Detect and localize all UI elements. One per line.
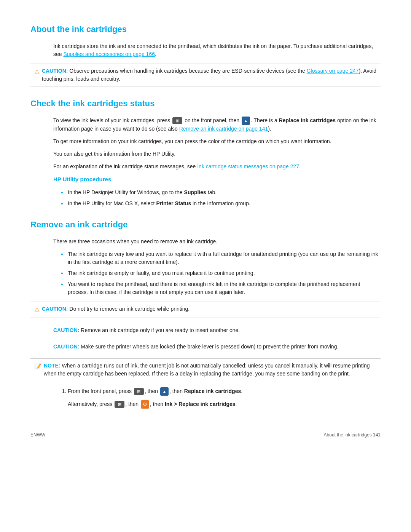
step1b-home-icon: ⊞ <box>115 401 124 408</box>
caution1-triangle-icon: ⚠ <box>34 305 40 315</box>
remove-reasons-list: The ink cartridge is very low and you wa… <box>61 250 381 296</box>
section2-para2: To get more information on your ink cart… <box>53 137 381 145</box>
section3-content: There are three occasions when you need … <box>53 238 381 296</box>
section-remove-cartridge: Remove an ink cartridge There are three … <box>30 218 381 409</box>
section3-caution1-box: ⚠ CAUTION: Do not try to remove an ink c… <box>30 302 381 318</box>
ink-status-messages-link[interactable]: Ink cartridge status messages on page 22… <box>197 163 299 169</box>
section3-caution2: CAUTION: Remove an ink cartridge only if… <box>53 324 381 337</box>
section2-title: Check the ink cartridges status <box>30 97 381 110</box>
steps-list: From the front panel, press ⊞, then ▲, t… <box>61 387 381 409</box>
section1-caution-box: ⚠ CAUTION: Observe precautions when hand… <box>30 64 381 86</box>
page-footer: ENWW About the ink cartridges 141 <box>30 431 381 438</box>
caution1-label: CAUTION: <box>42 306 68 312</box>
section3-note-box: 📝 NOTE: When a cartridge runs out of ink… <box>30 358 381 381</box>
section3-steps: From the front panel, press ⊞, then ▲, t… <box>53 387 381 409</box>
section1-para1: Ink cartridges store the ink and are con… <box>53 42 381 58</box>
step1b-text: Alternatively, press ⊞, then ⚙, then Ink… <box>68 400 381 409</box>
step1-text: From the front panel, press ⊞, then ▲, t… <box>68 387 381 396</box>
section3-note-text: NOTE: When a cartridge runs out of ink, … <box>44 362 377 378</box>
section3-intro: There are three occasions when you need … <box>53 238 381 246</box>
step-1: From the front panel, press ⊞, then ▲, t… <box>68 387 381 409</box>
supplies-link[interactable]: Supplies and accessories on page 166 <box>63 51 155 57</box>
section2-para3: You can also get this information from t… <box>53 150 381 158</box>
section3-caution1-text: CAUTION: Do not try to remove an ink car… <box>42 305 190 313</box>
section-about-ink-cartridges: About the ink cartridges Ink cartridges … <box>30 23 381 86</box>
section2-content: To view the ink levels of your ink cartr… <box>53 117 381 208</box>
section3-title: Remove an ink cartridge <box>30 218 381 231</box>
step1b-gear-icon: ⚙ <box>141 400 149 409</box>
caution-label: CAUTION: <box>42 68 68 74</box>
list-item-windows: In the HP Designjet Utility for Windows,… <box>61 189 381 197</box>
step1-home-icon: ⊞ <box>134 388 144 395</box>
footer-right: About the ink cartridges 141 <box>324 431 381 438</box>
section1-title: About the ink cartridges <box>30 23 381 35</box>
hp-utility-list: In the HP Designjet Utility for Windows,… <box>61 189 381 208</box>
section3-caution3: CAUTION: Make sure the printer wheels ar… <box>53 340 381 353</box>
section3-cautions-block: CAUTION: Remove an ink cartridge only if… <box>53 324 381 353</box>
section1-content: Ink cartridges store the ink and are con… <box>53 42 381 58</box>
section2-para4: For an explanation of the ink cartridge … <box>53 163 381 171</box>
hp-utility-subtitle: HP Utility procedures <box>53 175 381 184</box>
list-item-mac: In the HP Utility for Mac OS X, select P… <box>61 200 381 208</box>
list-item-reason2: The ink cartridge is empty or faulty, an… <box>61 269 381 277</box>
list-item-reason3: You want to replace the printhead, and t… <box>61 280 381 296</box>
remove-cartridge-link[interactable]: Remove an ink cartridge on page 141 <box>179 126 268 132</box>
caution-triangle-icon: ⚠ <box>34 67 40 77</box>
section1-caution-text: CAUTION: Observe precautions when handli… <box>42 67 377 83</box>
note-icon: 📝 <box>34 362 41 371</box>
list-item-reason1: The ink cartridge is very low and you wa… <box>61 250 381 266</box>
home-icon-button: ⊞ <box>172 117 182 124</box>
triangle-icon-button: ▲ <box>242 117 250 125</box>
section-check-status: Check the ink cartridges status To view … <box>30 97 381 208</box>
footer-left: ENWW <box>30 431 45 438</box>
glossary-link[interactable]: Glossary on page 247 <box>307 68 359 74</box>
section2-para1: To view the ink levels of your ink cartr… <box>53 117 381 133</box>
step1-triangle-icon: ▲ <box>160 387 169 396</box>
